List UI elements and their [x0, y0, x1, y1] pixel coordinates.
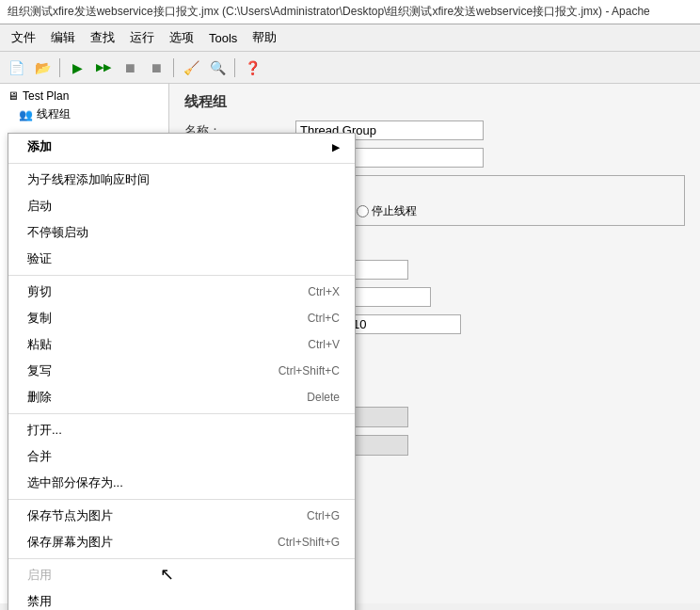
cm-paste-label: 粘贴 — [27, 336, 52, 353]
toolbar-open[interactable]: 📂 — [30, 56, 55, 80]
title-text: 组织测试xfire发送webservice接口报文.jmx (C:\Users\… — [8, 5, 650, 18]
toolbar-stop[interactable]: ⏹ — [118, 56, 142, 80]
cm-add-response-time-label: 为子线程添加响应时间 — [27, 171, 150, 188]
menu-options[interactable]: 选项 — [162, 26, 201, 49]
cm-merge-label: 合并 — [27, 448, 52, 465]
cm-save-node-img-label: 保存节点为图片 — [27, 507, 113, 524]
cm-save-node-img-shortcut: Ctrl+G — [307, 509, 340, 522]
cm-delete[interactable]: 删除 Delete — [8, 384, 355, 410]
cm-add[interactable]: 添加 — [8, 134, 355, 160]
menu-run[interactable]: 运行 — [122, 26, 162, 49]
toolbar: 📄 📂 ▶ ▶▶ ⏹ ⏹ 🧹 🔍 ❓ — [0, 52, 700, 84]
menu-tools[interactable]: Tools — [201, 28, 245, 48]
cm-save-screen-img-label: 保存屏幕为图片 — [27, 534, 113, 551]
cm-sep2 — [8, 413, 355, 414]
cm-disable[interactable]: 禁用 — [8, 588, 355, 610]
cm-duplicate[interactable]: 复写 Ctrl+Shift+C — [8, 358, 355, 384]
cm-open-label: 打开... — [27, 422, 62, 439]
cm-add-label: 添加 — [27, 138, 52, 155]
cm-paste-shortcut: Ctrl+V — [308, 338, 340, 351]
cm-enable-label: 启用 — [27, 567, 52, 584]
toolbar-play-nopause[interactable]: ▶▶ — [91, 56, 116, 80]
cm-disable-label: 禁用 — [27, 593, 52, 610]
toolbar-new[interactable]: 📄 — [4, 56, 28, 80]
cm-copy-label: 复制 — [27, 310, 52, 327]
cm-sep4 — [8, 558, 355, 559]
menu-help[interactable]: 帮助 — [245, 26, 284, 49]
cm-start-no-pause[interactable]: 不停顿启动 — [8, 219, 355, 246]
toolbar-stop-now[interactable]: ⏹ — [144, 56, 168, 80]
cm-duplicate-shortcut: Ctrl+Shift+C — [278, 364, 340, 377]
toolbar-clear[interactable]: 🧹 — [179, 56, 203, 80]
cm-validate-label: 验证 — [27, 250, 52, 267]
cm-sep1 — [8, 275, 355, 276]
cm-duplicate-label: 复写 — [27, 362, 52, 379]
toolbar-sep2 — [173, 58, 174, 77]
menu-bar: 文件 编辑 查找 运行 选项 Tools 帮助 — [0, 24, 700, 52]
toolbar-sep1 — [59, 58, 60, 77]
toolbar-play[interactable]: ▶ — [65, 56, 89, 80]
title-bar: 组织测试xfire发送webservice接口报文.jmx (C:\Users\… — [0, 0, 700, 24]
cm-delete-label: 删除 — [27, 389, 52, 406]
cm-start-no-pause-label: 不停顿启动 — [27, 224, 88, 241]
menu-file[interactable]: 文件 — [4, 26, 43, 49]
cm-save-screen-img-shortcut: Ctrl+Shift+G — [278, 536, 340, 549]
toolbar-sep3 — [234, 58, 235, 77]
cm-save-screen-img[interactable]: 保存屏幕为图片 Ctrl+Shift+G — [8, 529, 355, 555]
cm-open[interactable]: 打开... — [8, 417, 355, 443]
cm-paste[interactable]: 粘贴 Ctrl+V — [8, 331, 355, 358]
cm-sep3 — [8, 499, 355, 500]
cm-start[interactable]: 启动 — [8, 193, 355, 219]
cm-cut-shortcut: Ctrl+X — [308, 285, 340, 298]
cm-cut[interactable]: 剪切 Ctrl+X — [8, 279, 355, 305]
cm-save-node-img[interactable]: 保存节点为图片 Ctrl+G — [8, 503, 355, 529]
cm-copy[interactable]: 复制 Ctrl+C — [8, 305, 355, 331]
cm-save-selection-label: 选中部分保存为... — [27, 474, 123, 491]
cm-start-label: 启动 — [27, 198, 52, 215]
cm-enable: 启用 — [8, 562, 355, 588]
toolbar-search[interactable]: 🔍 — [205, 56, 230, 80]
context-menu-overlay[interactable]: 添加 为子线程添加响应时间 启动 不停顿启动 验证 剪切 Ctrl+X — [0, 84, 700, 603]
cm-save-selection[interactable]: 选中部分保存为... — [8, 470, 355, 496]
toolbar-question[interactable]: ❓ — [240, 56, 264, 80]
menu-edit[interactable]: 编辑 — [43, 26, 83, 49]
cm-add-response-time[interactable]: 为子线程添加响应时间 — [8, 167, 355, 193]
cm-validate[interactable]: 验证 — [8, 246, 355, 272]
main-area: 🖥 Test Plan 👥 线程组 线程组 名称： 注释： 在取样器错误后要执行… — [0, 84, 700, 603]
cm-copy-shortcut: Ctrl+C — [308, 312, 340, 325]
menu-find[interactable]: 查找 — [83, 26, 122, 49]
cm-merge[interactable]: 合并 — [8, 443, 355, 470]
cm-sep0 — [8, 163, 355, 164]
context-menu: 添加 为子线程添加响应时间 启动 不停顿启动 验证 剪切 Ctrl+X — [8, 133, 356, 610]
cm-delete-shortcut: Delete — [307, 391, 340, 404]
cm-cut-label: 剪切 — [27, 283, 52, 300]
